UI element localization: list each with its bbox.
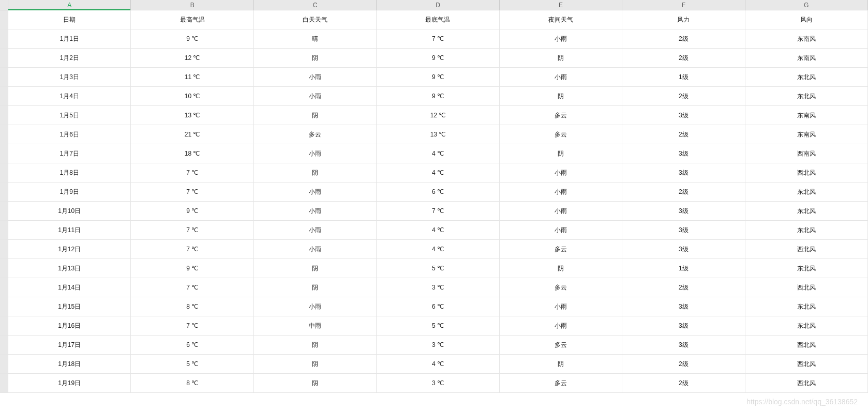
cell[interactable]: 阴	[500, 49, 622, 67]
row-gutter[interactable]	[0, 144, 8, 163]
cell[interactable]: 7 ℃	[377, 29, 499, 48]
cell[interactable]: 小雨	[254, 87, 377, 105]
cell[interactable]: 小雨	[254, 240, 377, 258]
cell[interactable]: 7 ℃	[131, 316, 253, 335]
cell[interactable]: 阴	[254, 163, 377, 182]
cell[interactable]: 3级	[622, 336, 745, 354]
cell[interactable]: 阴	[500, 87, 622, 105]
cell[interactable]: 小雨	[254, 182, 377, 201]
cell[interactable]: 12 ℃	[377, 106, 499, 125]
cell[interactable]: 阴	[254, 336, 377, 354]
header-cell-day-weather[interactable]: 白天天气	[254, 10, 377, 29]
cell[interactable]: 小雨	[500, 29, 622, 48]
cell[interactable]: 东北风	[745, 316, 868, 335]
cell[interactable]: 1月17日	[8, 336, 131, 354]
row-gutter[interactable]	[0, 87, 8, 105]
cell[interactable]: 1月6日	[8, 125, 131, 144]
header-cell-low-temp[interactable]: 最底气温	[377, 10, 499, 29]
cell[interactable]: 1月11日	[8, 221, 131, 239]
column-header-g[interactable]: G	[745, 0, 868, 10]
cell[interactable]: 2级	[622, 182, 745, 201]
row-gutter[interactable]	[0, 355, 8, 373]
row-gutter[interactable]	[0, 259, 8, 278]
cell[interactable]: 1月13日	[8, 259, 131, 278]
cell[interactable]: 4 ℃	[377, 355, 499, 373]
column-header-e[interactable]: E	[500, 0, 622, 10]
cell[interactable]: 东北风	[745, 202, 868, 220]
cell[interactable]: 3级	[622, 240, 745, 258]
cell[interactable]: 4 ℃	[377, 144, 499, 163]
cell[interactable]: 3级	[622, 202, 745, 220]
header-cell-wind-force[interactable]: 风力	[622, 10, 745, 29]
cell[interactable]: 多云	[500, 106, 622, 125]
cell[interactable]: 8 ℃	[131, 297, 253, 316]
cell[interactable]: 12 ℃	[131, 49, 253, 67]
cell[interactable]: 1级	[622, 68, 745, 86]
cell[interactable]: 东南风	[745, 106, 868, 125]
cell[interactable]: 18 ℃	[131, 144, 253, 163]
cell[interactable]: 东北风	[745, 297, 868, 316]
cell[interactable]: 7 ℃	[131, 278, 253, 297]
header-cell-wind-direction[interactable]: 风向	[745, 10, 868, 29]
cell[interactable]: 西北风	[745, 355, 868, 373]
cell[interactable]: 4 ℃	[377, 163, 499, 182]
column-header-a[interactable]: A	[8, 0, 131, 10]
row-gutter[interactable]	[0, 336, 8, 354]
cell[interactable]: 4 ℃	[377, 221, 499, 239]
cell[interactable]: 1月9日	[8, 182, 131, 201]
cell[interactable]: 13 ℃	[131, 106, 253, 125]
header-cell-night-weather[interactable]: 夜间天气	[500, 10, 622, 29]
cell[interactable]: 1月16日	[8, 316, 131, 335]
cell[interactable]: 7 ℃	[131, 163, 253, 182]
cell[interactable]: 东北风	[745, 87, 868, 105]
cell[interactable]: 小雨	[500, 316, 622, 335]
cell[interactable]: 8 ℃	[131, 374, 253, 392]
cell[interactable]: 3级	[622, 106, 745, 125]
cell[interactable]: 1月5日	[8, 106, 131, 125]
cell[interactable]: 1月10日	[8, 202, 131, 220]
cell[interactable]: 阴	[500, 355, 622, 373]
cell[interactable]: 多云	[500, 125, 622, 144]
cell[interactable]: 1月14日	[8, 278, 131, 297]
cell[interactable]: 小雨	[254, 68, 377, 86]
cell[interactable]: 1月8日	[8, 163, 131, 182]
cell[interactable]: 东南风	[745, 125, 868, 144]
row-gutter[interactable]	[0, 125, 8, 144]
cell[interactable]: 小雨	[500, 202, 622, 220]
row-gutter[interactable]	[0, 278, 8, 297]
cell[interactable]: 1月4日	[8, 87, 131, 105]
cell[interactable]: 9 ℃	[377, 49, 499, 67]
cell[interactable]: 2级	[622, 29, 745, 48]
cell[interactable]: 2级	[622, 49, 745, 67]
row-gutter[interactable]	[0, 374, 8, 392]
cell[interactable]: 5 ℃	[377, 259, 499, 278]
cell[interactable]: 21 ℃	[131, 125, 253, 144]
cell[interactable]: 西北风	[745, 278, 868, 297]
row-gutter[interactable]	[0, 297, 8, 316]
cell[interactable]: 小雨	[500, 182, 622, 201]
cell[interactable]: 阴	[254, 355, 377, 373]
cell[interactable]: 东北风	[745, 259, 868, 278]
cell[interactable]: 小雨	[254, 202, 377, 220]
row-gutter[interactable]	[0, 240, 8, 258]
column-header-f[interactable]: F	[622, 0, 745, 10]
header-cell-high-temp[interactable]: 最高气温	[131, 10, 253, 29]
cell[interactable]: 阴	[254, 259, 377, 278]
cell[interactable]: 小雨	[500, 297, 622, 316]
cell[interactable]: 1月18日	[8, 355, 131, 373]
cell[interactable]: 小雨	[500, 221, 622, 239]
row-gutter[interactable]	[0, 221, 8, 239]
cell[interactable]: 6 ℃	[377, 182, 499, 201]
cell[interactable]: 3 ℃	[377, 374, 499, 392]
select-all-corner[interactable]	[0, 0, 8, 10]
cell[interactable]: 1月3日	[8, 68, 131, 86]
cell[interactable]: 1月1日	[8, 29, 131, 48]
cell[interactable]: 3 ℃	[377, 336, 499, 354]
cell[interactable]: 7 ℃	[131, 182, 253, 201]
row-gutter[interactable]	[0, 29, 8, 48]
cell[interactable]: 阴	[500, 259, 622, 278]
cell[interactable]: 西北风	[745, 163, 868, 182]
cell[interactable]: 小雨	[254, 144, 377, 163]
cell[interactable]: 10 ℃	[131, 87, 253, 105]
cell[interactable]: 2级	[622, 87, 745, 105]
